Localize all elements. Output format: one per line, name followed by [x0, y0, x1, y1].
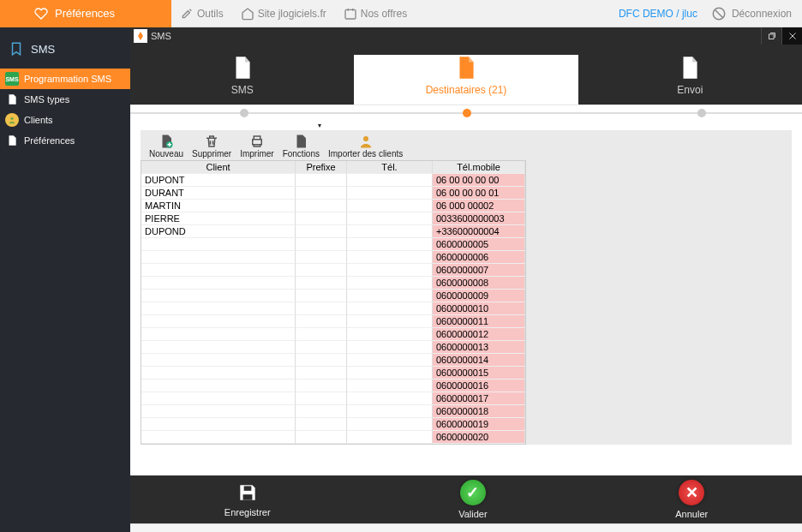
- table-row[interactable]: 0600000016: [141, 380, 525, 392]
- table-row[interactable]: 0600000015: [141, 367, 525, 380]
- cell-client[interactable]: [141, 431, 296, 444]
- cell-prefix[interactable]: [296, 225, 347, 238]
- cell-tel[interactable]: [347, 251, 433, 264]
- cell-tel[interactable]: [347, 418, 433, 431]
- cell-mobile[interactable]: 0600000019: [433, 418, 525, 431]
- cell-prefix[interactable]: [296, 405, 347, 418]
- cell-prefix[interactable]: [296, 251, 347, 264]
- col-tel[interactable]: Tél.: [347, 161, 433, 174]
- cell-tel[interactable]: [347, 174, 433, 187]
- cell-tel[interactable]: [347, 354, 433, 367]
- cell-client[interactable]: [141, 341, 296, 354]
- cell-mobile[interactable]: 0600000009: [433, 290, 525, 302]
- cell-tel[interactable]: [347, 200, 433, 212]
- cell-prefix[interactable]: [296, 431, 347, 444]
- cell-client[interactable]: MARTIN: [141, 200, 296, 212]
- table-row[interactable]: 0600000009: [141, 290, 525, 302]
- cell-mobile[interactable]: 0600000005: [433, 238, 525, 251]
- cell-client[interactable]: [141, 290, 296, 302]
- table-row[interactable]: 0600000005: [141, 238, 525, 251]
- cancel-button[interactable]: ✕ Annuler: [675, 480, 708, 519]
- cell-prefix[interactable]: [296, 290, 347, 302]
- cell-client[interactable]: [141, 238, 296, 251]
- table-row[interactable]: 0600000018: [141, 405, 525, 418]
- cell-mobile[interactable]: 06 00 00 00 01: [433, 187, 525, 200]
- table-row[interactable]: PIERRE0033600000003: [141, 212, 525, 225]
- cell-prefix[interactable]: [296, 212, 347, 225]
- cell-client[interactable]: [141, 302, 296, 315]
- cell-prefix[interactable]: [296, 418, 347, 431]
- cell-tel[interactable]: [347, 341, 433, 354]
- new-button[interactable]: Nouveau: [146, 132, 187, 160]
- cell-tel[interactable]: [347, 328, 433, 341]
- cell-client[interactable]: [141, 392, 296, 405]
- table-row[interactable]: 0600000017: [141, 392, 525, 405]
- delete-button[interactable]: Supprimer: [189, 132, 235, 160]
- top-item-offers[interactable]: Nos offres: [344, 7, 407, 21]
- cell-mobile[interactable]: 06 000 00002: [433, 200, 525, 212]
- cell-tel[interactable]: [347, 302, 433, 315]
- step-sms[interactable]: SMS: [130, 55, 354, 105]
- top-item-tools[interactable]: Outils: [180, 7, 224, 21]
- step-envoi[interactable]: Envoi: [578, 55, 802, 105]
- save-button[interactable]: Enregistrer: [224, 481, 271, 517]
- table-row[interactable]: 0600000008: [141, 277, 525, 290]
- cell-prefix[interactable]: [296, 238, 347, 251]
- table-row[interactable]: 0600000013: [141, 341, 525, 354]
- top-item-site[interactable]: Site jlogiciels.fr: [241, 7, 326, 21]
- cell-prefix[interactable]: [296, 367, 347, 380]
- cell-tel[interactable]: [347, 392, 433, 405]
- top-tab-preferences[interactable]: Préférences: [0, 0, 171, 27]
- cell-prefix[interactable]: [296, 264, 347, 277]
- table-row[interactable]: 0600000014: [141, 354, 525, 367]
- table-row[interactable]: MARTIN06 000 00002: [141, 200, 525, 212]
- table-row[interactable]: 0600000011: [141, 315, 525, 328]
- cell-mobile[interactable]: 0033600000003: [433, 212, 525, 225]
- cell-prefix[interactable]: [296, 315, 347, 328]
- cell-mobile[interactable]: +33600000004: [433, 225, 525, 238]
- cell-mobile[interactable]: 0600000006: [433, 251, 525, 264]
- cell-prefix[interactable]: [296, 174, 347, 187]
- cell-mobile[interactable]: 0600000010: [433, 302, 525, 315]
- window-restore-button[interactable]: [761, 27, 781, 45]
- top-logout[interactable]: Déconnexion: [711, 6, 792, 21]
- cell-client[interactable]: [141, 405, 296, 418]
- cell-prefix[interactable]: [296, 354, 347, 367]
- print-button[interactable]: Imprimer: [236, 132, 277, 160]
- functions-button[interactable]: Fonctions: [279, 132, 323, 160]
- cell-client[interactable]: [141, 264, 296, 277]
- cell-mobile[interactable]: 0600000020: [433, 431, 525, 444]
- sidebar-item-clients[interactable]: Clients: [0, 110, 130, 130]
- cell-client[interactable]: DUPONT: [141, 174, 296, 187]
- cell-tel[interactable]: [347, 315, 433, 328]
- table-row[interactable]: 0600000006: [141, 251, 525, 264]
- cell-tel[interactable]: [347, 380, 433, 392]
- cell-prefix[interactable]: [296, 277, 347, 290]
- cell-mobile[interactable]: 06 00 00 00 00: [433, 174, 525, 187]
- cell-prefix[interactable]: [296, 328, 347, 341]
- cell-mobile[interactable]: 0600000018: [433, 405, 525, 418]
- sidebar-item-smstypes[interactable]: SMS types: [0, 89, 130, 110]
- window-close-button[interactable]: [781, 27, 802, 45]
- cell-tel[interactable]: [347, 225, 433, 238]
- table-row[interactable]: 0600000012: [141, 328, 525, 341]
- sidebar-item-programmation[interactable]: SMS Programmation SMS: [0, 69, 130, 89]
- cell-mobile[interactable]: 0600000016: [433, 380, 525, 392]
- cell-client[interactable]: [141, 418, 296, 431]
- cell-client[interactable]: [141, 277, 296, 290]
- cell-client[interactable]: [141, 354, 296, 367]
- cell-prefix[interactable]: [296, 302, 347, 315]
- cell-prefix[interactable]: [296, 200, 347, 212]
- cell-tel[interactable]: [347, 277, 433, 290]
- cell-client[interactable]: DURANT: [141, 187, 296, 200]
- cell-client[interactable]: [141, 367, 296, 380]
- cell-tel[interactable]: [347, 367, 433, 380]
- cell-client[interactable]: PIERRE: [141, 212, 296, 225]
- cell-mobile[interactable]: 0600000014: [433, 354, 525, 367]
- col-client[interactable]: Client: [141, 161, 296, 174]
- table-row[interactable]: DUPONT06 00 00 00 00: [141, 174, 525, 187]
- validate-button[interactable]: ✓ Valider: [458, 480, 487, 519]
- cell-tel[interactable]: [347, 212, 433, 225]
- cell-mobile[interactable]: 0600000017: [433, 392, 525, 405]
- import-clients-button[interactable]: Importer des clients: [325, 132, 406, 160]
